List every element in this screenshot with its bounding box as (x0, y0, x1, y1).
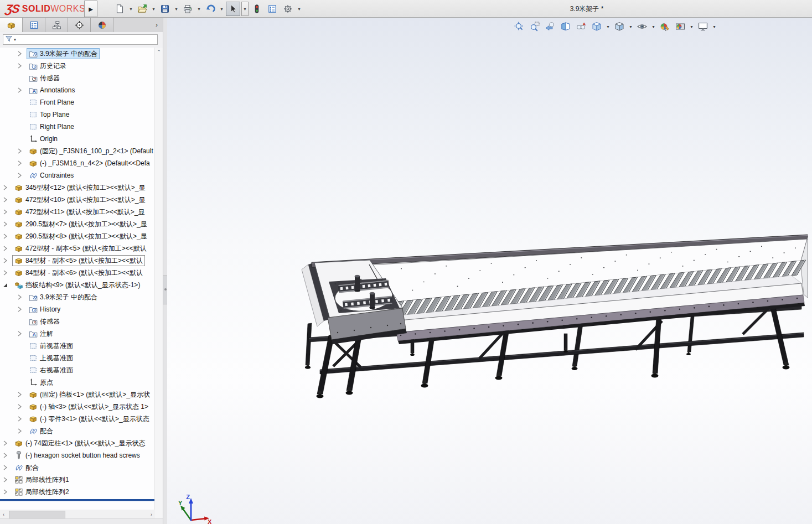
tree-item[interactable]: 前视基准面 (0, 340, 155, 352)
tree-item-content[interactable]: Right Plane (27, 121, 76, 132)
open-dropdown-caret[interactable]: ▾ (151, 2, 157, 15)
expand-arrow[interactable] (15, 293, 23, 301)
expand-arrow[interactable] (15, 415, 23, 423)
tree-item-content[interactable]: History (27, 304, 63, 315)
tree-item[interactable]: 3.9米架子 中的配合 (0, 291, 155, 303)
tree-item[interactable]: 配合 (0, 461, 155, 474)
expand-arrow[interactable] (1, 269, 9, 277)
tree-item[interactable]: 84型材 - 副本<5> (默认<按加工><<默认 (0, 255, 155, 267)
tree-item-content[interactable]: 局部线性阵列2 (12, 486, 71, 497)
tree-item-content[interactable]: AAnnotations (27, 85, 77, 96)
tree-item-content[interactable]: (固定) _FJSN16_100_p_2<1> (Default (27, 146, 155, 157)
tree-item[interactable]: 290.5型材<8> (默认<按加工><<默认>_显 (0, 230, 155, 242)
save-dropdown-caret[interactable]: ▾ (173, 2, 179, 15)
tree-item-content[interactable]: 前视基准面 (27, 340, 75, 351)
tree-item-content[interactable]: 3.9米架子 中的配合 (27, 48, 100, 59)
tree-item[interactable]: Contraintes (0, 169, 155, 181)
view-settings-dropdown-caret[interactable]: ▾ (711, 20, 717, 33)
tree-item[interactable]: 局部线性阵列2 (0, 486, 155, 498)
tree-item[interactable]: 345型材<12> (默认<按加工><<默认>_显 (0, 181, 155, 194)
select-dropdown-caret[interactable]: ▾ (241, 2, 249, 16)
display-style-button[interactable] (612, 20, 627, 33)
file-properties-button[interactable] (265, 2, 280, 16)
hscroll-thumb[interactable] (9, 511, 65, 519)
zoom-to-area-button[interactable] (527, 20, 542, 33)
expand-arrow[interactable] (1, 220, 9, 228)
rollback-bar[interactable] (0, 499, 155, 501)
expand-arrow[interactable] (1, 196, 9, 204)
tree-item-content[interactable]: 传感器 (27, 72, 62, 84)
save-button[interactable] (158, 2, 172, 16)
tree-item[interactable]: 右视基准面 (0, 364, 155, 376)
tree-item[interactable]: History (0, 303, 155, 315)
tree-item[interactable]: 挡板结构<9> (默认<默认_显示状态-1>) (0, 279, 155, 291)
tree-item-content[interactable]: 3.9米架子 中的配合 (27, 292, 100, 303)
tree-item-content[interactable]: 右视基准面 (27, 365, 75, 376)
tree-item[interactable]: 290.5型材<7> (默认<按加工><<默认>_显 (0, 218, 155, 230)
tree-item-content[interactable]: (-) 74固定柱<1> (默认<<默认>_显示状态 (12, 438, 147, 449)
tree-item-content[interactable]: (-) _FJSM16_n_4<2> (Default<<Defa (27, 158, 152, 169)
undo-button[interactable] (203, 2, 218, 16)
expand-arrow[interactable] (1, 257, 9, 264)
annotation-views-button[interactable]: A (574, 20, 588, 33)
tree-item-content[interactable]: 345型材<12> (默认<按加工><<默认>_显 (12, 182, 147, 193)
expand-arrow[interactable] (1, 488, 9, 496)
tree-item-content[interactable]: Origin (27, 133, 60, 144)
tab-configurationmanager[interactable] (45, 18, 68, 32)
tree-item[interactable]: 传感器 (0, 72, 155, 84)
view-orientation-button[interactable] (589, 20, 604, 33)
tree-item-content[interactable]: 472型材<10> (默认<按加工><<默认>_显 (12, 194, 147, 205)
expand-arrow[interactable] (15, 330, 23, 338)
tree-item[interactable]: 传感器 (0, 315, 155, 328)
tab-dimxpertmanager[interactable] (68, 18, 91, 32)
tree-item[interactable]: (-) 轴<3> (默认<<默认>_显示状态 1> (0, 401, 155, 413)
tab-featuremanager[interactable] (0, 18, 23, 32)
tree-vertical-scrollbar[interactable]: ⌃ ⌄ (154, 48, 163, 524)
print-button[interactable] (180, 2, 195, 16)
select-button[interactable] (226, 2, 240, 16)
tree-item-content[interactable]: 上视基准面 (27, 352, 75, 364)
expand-arrow[interactable] (15, 391, 23, 398)
display-style-dropdown-caret[interactable]: ▾ (628, 20, 634, 33)
tree-item-content[interactable]: 历史记录 (27, 60, 69, 71)
new-document-dropdown-caret[interactable]: ▾ (128, 2, 134, 15)
tree-item[interactable]: 3.9米架子 中的配合 (0, 48, 155, 60)
print-dropdown-caret[interactable]: ▾ (196, 2, 202, 15)
undo-dropdown-caret[interactable]: ▾ (219, 2, 225, 15)
filter-dropdown-caret[interactable]: ▾ (14, 37, 16, 42)
tree-item[interactable]: 84型材 - 副本<6> (默认<按加工><<默认 (0, 267, 155, 279)
tree-item-content[interactable]: 472型材<11> (默认<按加工><<默认>_显 (12, 206, 147, 217)
apply-scene-button[interactable] (673, 20, 687, 33)
view-settings-button[interactable] (696, 20, 710, 33)
scroll-up-icon[interactable]: ⌃ (155, 48, 163, 56)
expand-arrow[interactable] (1, 184, 9, 191)
tree-item-content[interactable]: A注解 (27, 328, 55, 339)
tree-item-content[interactable]: Top Plane (27, 109, 71, 120)
expand-arrow[interactable] (1, 245, 9, 252)
tree-item[interactable]: 原点 (0, 376, 155, 388)
open-button[interactable] (135, 2, 149, 16)
tree-item-content[interactable]: 290.5型材<7> (默认<按加工><<默认>_显 (12, 219, 149, 230)
expand-arrow[interactable] (15, 50, 23, 58)
tab-overflow-chevron[interactable]: › (151, 18, 163, 32)
tree-item[interactable]: 上视基准面 (0, 352, 155, 364)
tree-item[interactable]: Top Plane (0, 108, 155, 121)
tree-item[interactable]: (固定) 挡板<1> (默认<<默认>_显示状 (0, 388, 155, 401)
expand-arrow[interactable] (1, 281, 9, 289)
hide-show-items-button[interactable] (635, 20, 649, 33)
tree-item[interactable]: (-) 零件3<1> (默认<<默认>_显示状态 (0, 413, 155, 425)
tree-item[interactable]: Front Plane (0, 96, 155, 108)
tree-item[interactable]: 历史记录 (0, 60, 155, 72)
expand-arrow[interactable] (1, 439, 9, 447)
rebuild-button[interactable] (250, 2, 264, 16)
expand-arrow[interactable] (15, 159, 23, 167)
scroll-right-icon[interactable]: › (148, 510, 155, 519)
tree-item[interactable]: (-) _FJSM16_n_4<2> (Default<<Defa (0, 157, 155, 169)
tree-item[interactable]: Origin (0, 133, 155, 145)
expand-arrow[interactable] (15, 427, 23, 435)
tree-item[interactable]: 472型材 - 副本<5> (默认<按加工><<默认 (0, 242, 155, 255)
options-dropdown-caret[interactable]: ▾ (296, 2, 302, 15)
toolbar-expand-button[interactable]: ▶ (84, 1, 97, 17)
graphics-viewport[interactable]: A▾▾▾▾▾ (167, 18, 812, 524)
expand-arrow[interactable] (15, 147, 23, 155)
